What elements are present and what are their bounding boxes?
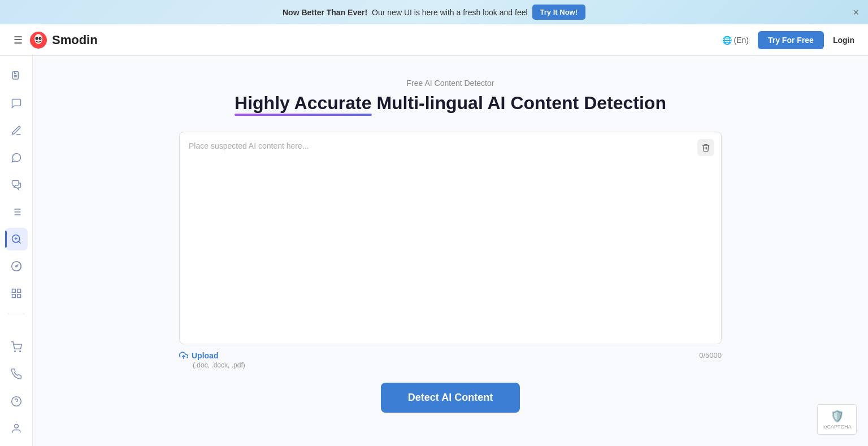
char-max: /5000 (703, 351, 722, 360)
page-subtitle: Free AI Content Detector (407, 79, 494, 88)
sidebar (0, 56, 33, 446)
hamburger-menu-icon[interactable]: ☰ (14, 34, 23, 46)
recaptcha-badge: 🛡️ reCAPTCHA (817, 404, 857, 435)
svg-point-23 (19, 351, 20, 352)
svg-rect-21 (17, 295, 20, 298)
upload-button[interactable]: Upload (179, 351, 218, 360)
sidebar-item-aidetect[interactable] (5, 228, 28, 250)
svg-point-5 (40, 37, 41, 38)
try-it-now-button[interactable]: Try It Now! (532, 5, 585, 20)
text-input-container (179, 132, 722, 344)
sidebar-item-documents[interactable] (5, 65, 28, 88)
page-title-rest: Multi-lingual AI Content Detection (372, 93, 666, 113)
upload-label: Upload (192, 351, 218, 360)
header: ☰ Smodin 🌐 (En) Try For Free Login (0, 24, 868, 56)
sidebar-item-grid[interactable] (5, 282, 28, 305)
announcement-banner: Now Better Than Ever! Our new UI is here… (0, 0, 868, 24)
recaptcha-icon: 🛡️ (822, 409, 852, 423)
sidebar-divider (8, 314, 25, 314)
announcement-bold: Now Better Than Ever! (283, 8, 367, 17)
svg-point-26 (14, 425, 18, 428)
login-button[interactable]: Login (833, 36, 854, 45)
sidebar-item-comment[interactable] (5, 146, 28, 169)
main-content: Free AI Content Detector Highly Accurate… (33, 56, 868, 446)
sidebar-item-support[interactable] (5, 363, 28, 386)
page-title-highlight: Highly Accurate (235, 92, 371, 114)
sidebar-item-cart[interactable] (5, 336, 28, 358)
svg-point-17 (15, 266, 17, 267)
content-textarea[interactable] (180, 132, 721, 341)
sidebar-item-profile[interactable] (5, 417, 28, 440)
recaptcha-label: reCAPTCHA (822, 424, 852, 430)
detect-ai-content-button[interactable]: Detect AI Content (381, 383, 520, 413)
svg-rect-18 (12, 289, 15, 293)
svg-rect-20 (12, 295, 15, 298)
svg-rect-19 (17, 289, 20, 293)
logo[interactable]: Smodin (29, 31, 98, 49)
svg-point-24 (11, 397, 21, 406)
sidebar-item-list[interactable] (5, 201, 28, 223)
active-indicator (5, 231, 7, 248)
logo-icon (29, 31, 47, 49)
logo-text: Smodin (52, 33, 98, 47)
upload-row: Upload (.doc, .docx, .pdf) 0/5000 (179, 351, 722, 369)
svg-point-22 (14, 351, 15, 352)
sidebar-item-write[interactable] (5, 119, 28, 142)
upload-formats: (.doc, .docx, .pdf) (193, 361, 245, 369)
page-title: Highly Accurate Multi-lingual AI Content… (235, 92, 666, 114)
try-for-free-button[interactable]: Try For Free (758, 31, 824, 49)
language-button[interactable]: 🌐 (En) (722, 36, 749, 45)
char-count: 0/5000 (699, 351, 722, 360)
sidebar-item-help[interactable] (5, 390, 28, 413)
sidebar-item-chat[interactable] (5, 92, 28, 115)
announcement-close-button[interactable]: × (853, 7, 859, 18)
sidebar-item-analytics[interactable] (5, 255, 28, 278)
clear-button[interactable] (697, 139, 714, 156)
sidebar-item-multichat[interactable] (5, 174, 28, 196)
announcement-text: Our new UI is here with a fresh look and… (372, 8, 527, 17)
svg-point-4 (37, 37, 38, 38)
